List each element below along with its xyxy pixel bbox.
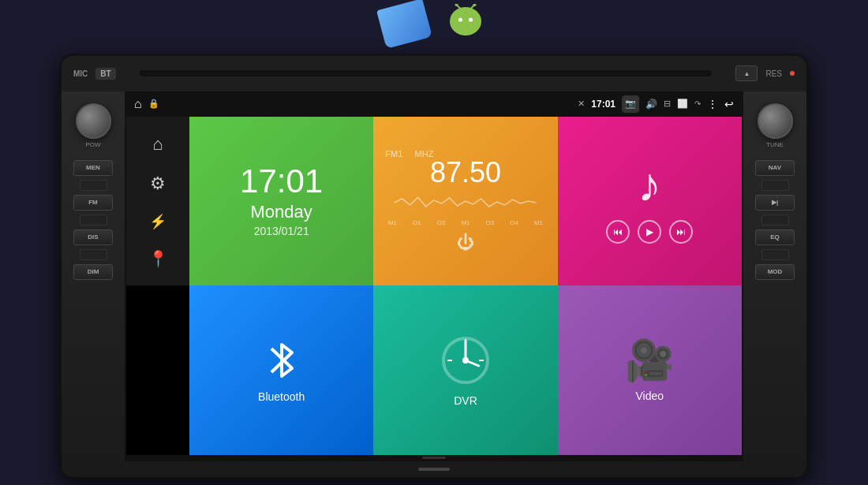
left-panel-buttons: MEN FM DIS DIM xyxy=(73,160,113,280)
next-btn-slot xyxy=(761,215,789,226)
radio-preset-labels: M1O1O2M1O3O4M1 xyxy=(388,219,543,226)
android-logo-icon xyxy=(444,4,488,39)
settings-icon[interactable]: ⚙ xyxy=(150,173,166,194)
music-tile[interactable]: ♪ ⏮ ▶ ⏭ xyxy=(558,117,742,286)
bluetooth-tile[interactable]: Bluetooth xyxy=(189,285,373,455)
dis-button[interactable]: DIS xyxy=(73,229,113,245)
bt-label: BT xyxy=(95,68,115,80)
app-grid: ⌂ ⚙ ⚡ 📍 17:01 Monday 2013/01/21 FM1 xyxy=(126,117,742,455)
radio-band-label: FM1 MHZ xyxy=(373,149,433,159)
car-unit: MIC BT ▲ RES POW MEN FM DIS DIM xyxy=(59,54,809,479)
music-note-icon: ♪ xyxy=(638,158,661,212)
pow-knob[interactable] xyxy=(76,103,111,139)
top-decorations xyxy=(381,0,488,39)
lock-icon: 🔒 xyxy=(148,99,159,109)
clock-tile[interactable]: 17:01 Monday 2013/01/21 xyxy=(189,117,373,286)
tune-label: TUNE xyxy=(766,141,784,148)
back-icon[interactable]: ↩ xyxy=(724,98,734,110)
music-next-button[interactable]: ⏭ xyxy=(669,220,693,244)
men-button[interactable]: MEN xyxy=(73,160,113,176)
next-button[interactable]: ▶| xyxy=(755,195,795,211)
unit-top-bar: MIC BT ▲ RES xyxy=(62,56,806,91)
menu-dots-icon[interactable]: ⋮ xyxy=(707,98,718,110)
home-icon[interactable]: ⌂ xyxy=(134,97,142,111)
res-label: RES xyxy=(765,69,782,78)
left-panel-top: POW xyxy=(76,103,111,148)
dvr-label: DVR xyxy=(454,394,477,407)
eq-btn-slot xyxy=(761,249,789,260)
right-panel-top: TUNE xyxy=(758,103,793,148)
status-time: 17:01 xyxy=(591,99,615,110)
svg-rect-3 xyxy=(459,24,473,32)
eq-button[interactable]: EQ xyxy=(755,229,795,245)
mod-button[interactable]: MOD xyxy=(755,264,795,280)
no-signal-icon: ✕ xyxy=(578,99,585,109)
radio-waveform xyxy=(373,191,557,218)
unit-bottom-bar xyxy=(62,461,806,477)
home-nav-icon[interactable]: ⌂ xyxy=(152,134,163,155)
nav-btn-slot xyxy=(761,180,789,191)
music-play-button[interactable]: ▶ xyxy=(638,220,661,244)
dvr-tile[interactable]: DVR xyxy=(373,285,557,455)
screen: ⌂ 🔒 ✕ 17:01 📷 🔊 ⊟ ⬜ ↷ ⋮ ↩ ⌂ xyxy=(125,91,743,461)
volume-icon: 🔊 xyxy=(645,99,657,110)
bottom-indicator xyxy=(418,468,450,471)
video-camera-icon: 🎥 xyxy=(625,338,674,383)
screen-indicator xyxy=(422,457,446,459)
equalizer-icon[interactable]: ⚡ xyxy=(149,213,166,230)
window-icon: ⬜ xyxy=(677,99,688,109)
video-label: Video xyxy=(636,390,664,402)
side-icons-column: ⌂ ⚙ ⚡ 📍 xyxy=(126,117,189,286)
mic-label: MIC xyxy=(73,69,88,78)
cd-slot xyxy=(140,70,713,76)
music-prev-button[interactable]: ⏮ xyxy=(606,220,630,244)
tune-knob[interactable] xyxy=(758,103,793,139)
status-bar: ⌂ 🔒 ✕ 17:01 📷 🔊 ⊟ ⬜ ↷ ⋮ ↩ xyxy=(126,91,742,117)
radio-frequency-display: 87.50 xyxy=(430,159,501,187)
radio-power-icon[interactable]: ⏻ xyxy=(457,233,474,253)
eject-button[interactable]: ▲ xyxy=(735,65,758,81)
nav-button[interactable]: NAV xyxy=(755,160,795,176)
forward-icon: ↷ xyxy=(694,99,701,108)
clock-day-display: Monday xyxy=(251,202,312,222)
res-indicator-dot xyxy=(790,71,795,76)
screen-bottom-bar xyxy=(126,455,742,461)
men-btn-slot xyxy=(80,180,107,191)
sd-card-icon xyxy=(376,0,432,49)
video-tile[interactable]: 🎥 Video xyxy=(558,285,742,455)
left-panel: POW MEN FM DIS DIM xyxy=(62,91,125,461)
dis-btn-slot xyxy=(80,249,107,260)
fm-button[interactable]: FM xyxy=(73,195,113,211)
svg-point-12 xyxy=(462,357,469,364)
clock-time-display: 17:01 xyxy=(240,165,323,198)
screen-icon: ⊟ xyxy=(664,99,671,109)
svg-point-1 xyxy=(458,18,462,22)
clock-date-display: 2013/01/21 xyxy=(254,225,309,237)
right-panel-buttons: NAV ▶| EQ MOD xyxy=(755,160,795,280)
dim-button[interactable]: DIM xyxy=(73,264,113,280)
fm-btn-slot xyxy=(80,215,107,226)
right-panel: TUNE NAV ▶| EQ MOD xyxy=(743,91,806,461)
unit-main: POW MEN FM DIS DIM ⌂ 🔒 ✕ 17:01 xyxy=(62,91,806,461)
camera-icon[interactable]: 📷 xyxy=(622,95,639,113)
pow-label: POW xyxy=(85,141,100,148)
location-icon[interactable]: 📍 xyxy=(148,249,168,268)
radio-tile[interactable]: FM1 MHZ 87.50 M1O1O2M1O3O4M1 ⏻ xyxy=(373,117,557,286)
svg-point-2 xyxy=(469,18,473,22)
bluetooth-icon xyxy=(262,337,301,384)
bluetooth-label: Bluetooth xyxy=(258,390,305,403)
dvr-gauge-icon xyxy=(438,333,493,388)
music-controls: ⏮ ▶ ⏭ xyxy=(606,220,693,244)
